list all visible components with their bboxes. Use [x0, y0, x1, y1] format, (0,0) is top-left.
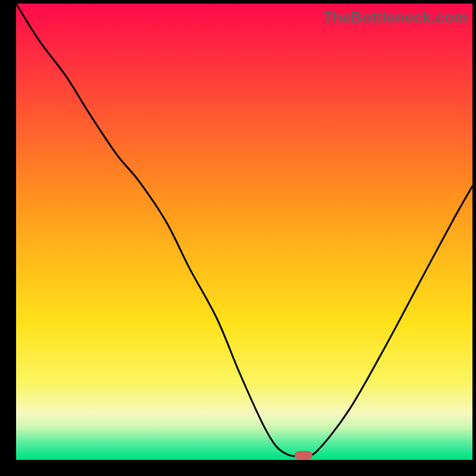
optimal-marker	[295, 451, 312, 459]
bottleneck-curve	[16, 4, 472, 460]
chart-container: TheBottleneck.com	[0, 0, 476, 476]
plot-area: TheBottleneck.com	[16, 4, 472, 460]
